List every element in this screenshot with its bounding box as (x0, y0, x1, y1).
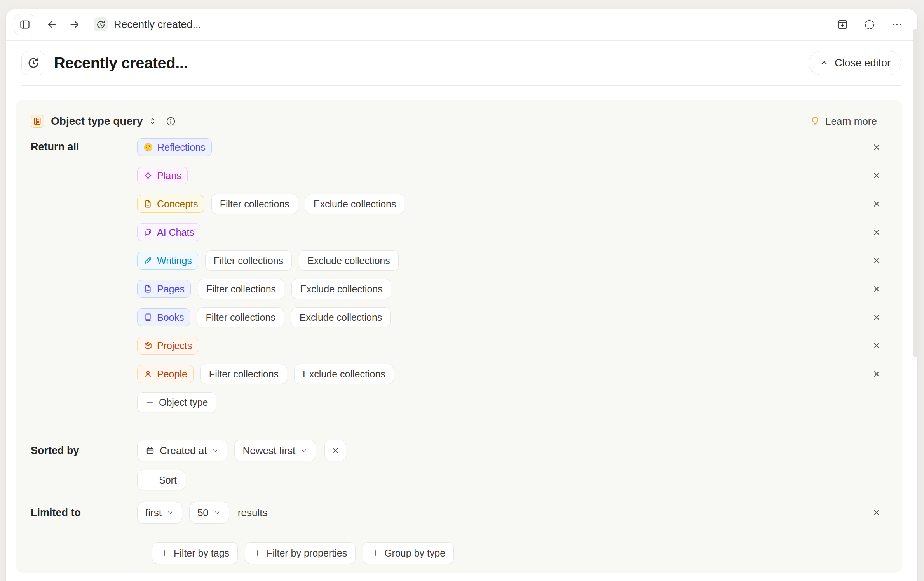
topbar: Recently created... (6, 9, 917, 40)
remove-object-type-button[interactable] (872, 256, 882, 266)
document-icon (143, 199, 153, 209)
exclude-collections-button[interactable]: Exclude collections (291, 279, 391, 299)
more-options-button[interactable] (890, 18, 903, 31)
filter-by-properties-button[interactable]: Filter by properties (245, 542, 356, 564)
close-icon (331, 446, 340, 455)
remove-limit-button[interactable] (872, 508, 882, 518)
query-type-selector[interactable] (148, 117, 157, 125)
object-type-label: Projects (157, 340, 192, 351)
object-type-chip-pages[interactable]: Pages (137, 280, 191, 298)
package-icon (143, 341, 153, 350)
scrollbar-thumb[interactable] (913, 29, 919, 357)
object-type-chip-concepts[interactable]: Concepts (137, 195, 204, 213)
return-all-label: Return all (31, 137, 137, 157)
lightbulb-icon (810, 116, 821, 127)
limit-count-dropdown[interactable]: 50 (189, 502, 229, 524)
plus-icon (160, 549, 169, 557)
object-type-label: People (157, 369, 187, 380)
history-icon (96, 19, 106, 30)
object-type-chip-ai-chats[interactable]: AI Chats (137, 223, 200, 241)
query-book-icon (33, 117, 42, 126)
object-type-chip-plans[interactable]: Plans (137, 167, 188, 184)
filter-collections-button[interactable]: Filter collections (211, 194, 298, 214)
group-by-type-button[interactable]: Group by type (363, 542, 454, 564)
learn-more-label: Learn more (825, 115, 877, 127)
object-type-row: Plans (137, 165, 882, 186)
remove-object-type-button[interactable] (872, 369, 882, 379)
object-type-row: ConceptsFilter collectionsExclude collec… (137, 194, 882, 214)
limit-position-dropdown[interactable]: first (137, 502, 182, 524)
forward-button[interactable] (68, 18, 81, 31)
header-divider (21, 85, 901, 86)
pen-nib-icon (143, 256, 153, 265)
page-title: Recently created... (54, 54, 188, 72)
remove-object-type-button[interactable] (872, 142, 882, 152)
object-type-chip-projects[interactable]: Projects (137, 337, 198, 355)
limit-position-value: first (145, 507, 162, 519)
dashed-circle-icon (863, 18, 876, 31)
object-type-label: AI Chats (157, 227, 194, 238)
limit-count-value: 50 (197, 507, 209, 519)
sort-field-value: Created at (160, 445, 207, 457)
sidebar-toggle-button[interactable] (14, 14, 35, 35)
remove-object-type-button[interactable] (872, 312, 882, 322)
remove-object-type-button[interactable] (872, 199, 882, 209)
query-panel: Object type query Learn more Return all (16, 100, 902, 573)
chevron-up-icon (819, 58, 829, 68)
exclude-collections-button[interactable]: Exclude collections (294, 364, 394, 384)
chevron-down-icon (166, 509, 174, 517)
page-icon-button[interactable] (21, 51, 45, 75)
save-to-button[interactable] (836, 18, 849, 31)
close-icon (872, 508, 882, 518)
object-type-rows: ReflectionsPlansConceptsFilter collectio… (137, 137, 882, 412)
exclude-collections-button[interactable]: Exclude collections (291, 307, 391, 327)
exclude-collections-button[interactable]: Exclude collections (299, 250, 399, 271)
chevron-up-down-icon (148, 117, 157, 125)
sorted-by-label: Sorted by (31, 440, 137, 461)
remove-object-type-button[interactable] (872, 284, 882, 294)
remove-object-type-button[interactable] (872, 227, 882, 237)
object-type-label: Writings (157, 255, 192, 266)
close-editor-label: Close editor (835, 57, 891, 69)
filter-collections-button[interactable]: Filter collections (197, 307, 284, 327)
plus-icon (146, 476, 154, 484)
thinking-face-icon (143, 143, 153, 152)
add-object-type-button[interactable]: Object type (137, 392, 216, 412)
learn-more-link[interactable]: Learn more (810, 115, 877, 127)
object-type-label: Reflections (157, 142, 206, 153)
object-type-label: Pages (157, 284, 185, 295)
remove-object-type-button[interactable] (872, 341, 882, 351)
info-icon (166, 116, 176, 127)
object-type-row: PeopleFilter collectionsExclude collecti… (137, 364, 882, 384)
ellipsis-icon (891, 18, 903, 31)
sorted-section: Sorted by Created at Newest first (31, 440, 882, 490)
back-button[interactable] (45, 18, 59, 31)
tab-chip[interactable] (94, 17, 108, 31)
query-info-button[interactable] (166, 116, 176, 127)
object-type-row: BooksFilter collectionsExclude collectio… (137, 307, 882, 327)
add-object-type-row: Object type (137, 392, 882, 412)
filter-by-tags-button[interactable]: Filter by tags (152, 542, 238, 564)
remove-object-type-button[interactable] (872, 170, 882, 181)
object-type-row: PagesFilter collectionsExclude collectio… (137, 279, 882, 299)
object-type-row: AI Chats (137, 222, 882, 242)
filter-collections-button[interactable]: Filter collections (198, 279, 284, 299)
object-type-chip-books[interactable]: Books (137, 308, 190, 326)
sort-field-dropdown[interactable]: Created at (137, 440, 227, 461)
remove-sort-button[interactable] (324, 440, 346, 461)
add-sort-label: Sort (159, 475, 177, 486)
sort-direction-dropdown[interactable]: Newest first (234, 440, 316, 461)
close-editor-button[interactable]: Close editor (809, 51, 901, 75)
filter-collections-button[interactable]: Filter collections (200, 364, 287, 384)
query-panel-header: Object type query Learn more (31, 115, 882, 128)
object-type-label: Plans (157, 170, 181, 181)
exclude-collections-button[interactable]: Exclude collections (305, 194, 405, 214)
book-icon (143, 313, 153, 322)
document-icon (143, 284, 153, 294)
object-type-chip-people[interactable]: People (137, 365, 194, 383)
object-type-chip-writings[interactable]: Writings (137, 252, 198, 270)
filter-collections-button[interactable]: Filter collections (205, 250, 292, 271)
object-type-chip-reflections[interactable]: Reflections (137, 138, 212, 156)
focus-mode-button[interactable] (863, 18, 876, 31)
add-sort-button[interactable]: Sort (137, 470, 185, 490)
